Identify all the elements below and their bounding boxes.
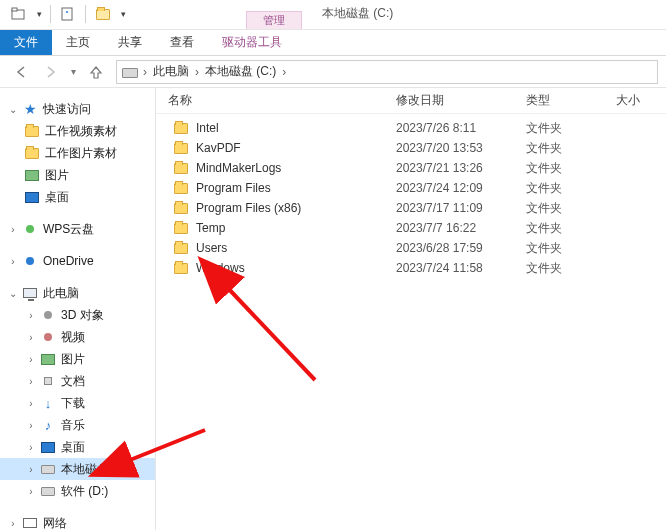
expand-icon[interactable]: ›	[24, 310, 38, 321]
tree-label: 3D 对象	[61, 307, 104, 324]
tab-drive-tools[interactable]: 驱动器工具	[208, 30, 296, 55]
tree-pc-item[interactable]: › ♪ 音乐	[0, 414, 155, 436]
qat-dropdown-icon[interactable]: ▾	[118, 3, 128, 25]
chevron-right-icon[interactable]: ›	[280, 65, 288, 79]
folder-icon	[174, 243, 188, 254]
drive-icon	[40, 461, 56, 477]
properties-icon[interactable]	[57, 3, 79, 25]
music-icon: ♪	[40, 417, 56, 433]
expand-icon[interactable]: ›	[24, 420, 38, 431]
ribbon-context-label[interactable]: 管理	[246, 11, 302, 29]
expand-icon[interactable]: ›	[6, 224, 20, 235]
qat-dropdown-icon[interactable]: ▾	[34, 3, 44, 25]
tab-view[interactable]: 查看	[156, 30, 208, 55]
forward-button[interactable]	[38, 60, 62, 84]
list-item[interactable]: Windows2023/7/24 11:58文件夹	[156, 258, 666, 278]
list-item[interactable]: Users2023/6/28 17:59文件夹	[156, 238, 666, 258]
svg-rect-1	[12, 8, 17, 11]
video-icon	[40, 329, 56, 345]
tree-label: 文档	[61, 373, 85, 390]
tree-qa-item[interactable]: 桌面	[0, 186, 155, 208]
collapse-icon[interactable]: ⌄	[6, 288, 20, 299]
file-type: 文件夹	[526, 160, 616, 177]
back-button[interactable]	[10, 60, 34, 84]
folder-options-icon[interactable]	[8, 3, 30, 25]
up-button[interactable]	[84, 60, 108, 84]
pictures-icon	[40, 351, 56, 367]
tree-pc-item[interactable]: › 视频	[0, 326, 155, 348]
column-header-date[interactable]: 修改日期	[396, 92, 526, 109]
expand-icon[interactable]: ›	[24, 486, 38, 497]
title-bar: ▾ ▾ 管理 本地磁盘 (C:)	[0, 0, 666, 30]
tree-qa-item[interactable]: 图片	[0, 164, 155, 186]
expand-icon[interactable]: ›	[24, 442, 38, 453]
expand-icon[interactable]: ›	[24, 376, 38, 387]
tree-drive-c[interactable]: › 本地磁盘 (C:)	[0, 458, 155, 480]
chevron-right-icon[interactable]: ›	[193, 65, 201, 79]
folder-icon	[24, 123, 40, 139]
column-header-size[interactable]: 大小	[616, 92, 666, 109]
file-date: 2023/7/26 8:11	[396, 121, 526, 135]
tree-qa-item[interactable]: 工作图片素材	[0, 142, 155, 164]
tree-pc-item[interactable]: › ↓ 下载	[0, 392, 155, 414]
list-item[interactable]: Temp2023/7/7 16:22文件夹	[156, 218, 666, 238]
drive-icon[interactable]	[92, 3, 114, 25]
expand-icon[interactable]: ›	[6, 518, 20, 529]
expand-icon[interactable]: ›	[24, 464, 38, 475]
tree-label: 软件 (D:)	[61, 483, 108, 500]
file-type: 文件夹	[526, 200, 616, 217]
file-name: MindMakerLogs	[196, 161, 281, 175]
tree-label: 下载	[61, 395, 85, 412]
expand-icon[interactable]: ›	[24, 398, 38, 409]
tree-label: 音乐	[61, 417, 85, 434]
file-type: 文件夹	[526, 140, 616, 157]
list-item[interactable]: Intel2023/7/26 8:11文件夹	[156, 118, 666, 138]
tree-pc-item[interactable]: › 文档	[0, 370, 155, 392]
address-bar[interactable]: › 此电脑 › 本地磁盘 (C:) ›	[116, 60, 658, 84]
tree-wps-cloud[interactable]: › WPS云盘	[0, 218, 155, 240]
chevron-right-icon[interactable]: ›	[141, 65, 149, 79]
file-type: 文件夹	[526, 240, 616, 257]
column-header-type[interactable]: 类型	[526, 92, 616, 109]
expand-icon[interactable]: ›	[24, 332, 38, 343]
list-item[interactable]: MindMakerLogs2023/7/21 13:26文件夹	[156, 158, 666, 178]
tab-home[interactable]: 主页	[52, 30, 104, 55]
tab-share[interactable]: 共享	[104, 30, 156, 55]
ribbon-contextual-group: 管理	[246, 11, 302, 29]
breadcrumb-drive[interactable]: 本地磁盘 (C:)	[201, 63, 280, 80]
tree-quick-access[interactable]: ⌄ ★ 快速访问	[0, 98, 155, 120]
recent-locations-button[interactable]: ▾	[66, 60, 80, 84]
tree-qa-item[interactable]: 工作视频素材	[0, 120, 155, 142]
list-item[interactable]: Program Files2023/7/24 12:09文件夹	[156, 178, 666, 198]
tree-label: 工作视频素材	[45, 123, 117, 140]
tree-network[interactable]: › 网络	[0, 512, 155, 530]
tree-label: OneDrive	[43, 254, 94, 268]
list-item[interactable]: Program Files (x86)2023/7/17 11:09文件夹	[156, 198, 666, 218]
file-date: 2023/7/24 11:58	[396, 261, 526, 275]
quick-access-toolbar: ▾ ▾	[0, 0, 136, 29]
file-tab[interactable]: 文件	[0, 30, 52, 55]
tree-label: 工作图片素材	[45, 145, 117, 162]
tree-drive-d[interactable]: › 软件 (D:)	[0, 480, 155, 502]
tree-this-pc[interactable]: ⌄ 此电脑	[0, 282, 155, 304]
tree-pc-item[interactable]: › 桌面	[0, 436, 155, 458]
folder-icon	[174, 123, 188, 134]
column-header-name[interactable]: 名称	[156, 92, 396, 109]
tree-pc-item[interactable]: › 3D 对象	[0, 304, 155, 326]
tree-label: 本地磁盘 (C:)	[61, 461, 132, 478]
collapse-icon[interactable]: ⌄	[6, 104, 20, 115]
expand-icon[interactable]: ›	[24, 354, 38, 365]
drive-icon	[121, 64, 137, 80]
breadcrumb-this-pc[interactable]: 此电脑	[149, 63, 193, 80]
computer-icon	[22, 285, 38, 301]
downloads-icon: ↓	[40, 395, 56, 411]
tree-label: WPS云盘	[43, 221, 94, 238]
ribbon-tabs: 文件 主页 共享 查看 驱动器工具	[0, 30, 666, 56]
tree-label: 快速访问	[43, 101, 91, 118]
file-date: 2023/7/17 11:09	[396, 201, 526, 215]
tree-pc-item[interactable]: › 图片	[0, 348, 155, 370]
expand-icon[interactable]: ›	[6, 256, 20, 267]
list-item[interactable]: KavPDF2023/7/20 13:53文件夹	[156, 138, 666, 158]
network-icon	[22, 515, 38, 530]
tree-onedrive[interactable]: › OneDrive	[0, 250, 155, 272]
